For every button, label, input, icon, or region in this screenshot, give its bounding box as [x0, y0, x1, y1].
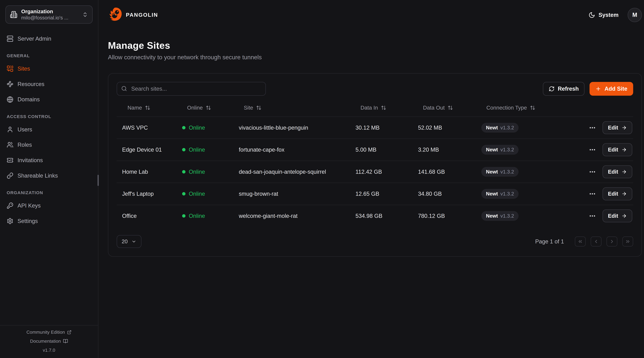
table-row: Home Lab Online dead-san-joaquin-antelop… — [117, 161, 633, 183]
prev-page-button[interactable] — [591, 236, 602, 246]
table-row: Jeff's Laptop Online smug-brown-rat 12.6… — [117, 182, 633, 205]
sidebar-nav: Server Admin GENERAL Sites Resources Dom… — [0, 29, 98, 226]
data-out: 3.20 MB — [417, 147, 480, 153]
moon-icon — [588, 12, 595, 18]
combine-icon — [7, 65, 14, 72]
table-row: Edge Device 01 Online fortunate-cape-fox… — [117, 139, 633, 161]
sidebar-item-label: Sites — [18, 65, 30, 72]
chevrons-up-down-icon — [82, 12, 88, 17]
external-link-icon — [67, 330, 72, 335]
page-subtitle: Allow connectivity to your network throu… — [108, 54, 642, 61]
status-dot — [182, 126, 186, 129]
server-icon — [7, 35, 14, 42]
column-header-site[interactable]: Site — [238, 105, 355, 111]
sidebar-item-roles[interactable]: Roles — [6, 139, 92, 150]
site-slug: smug-brown-rat — [238, 190, 355, 197]
sort-icon — [256, 105, 262, 110]
status-dot — [182, 170, 186, 174]
sidebar-item-resources[interactable]: Resources — [6, 79, 92, 89]
row-menu-button[interactable]: ⋯ — [589, 191, 596, 197]
main-area: PANGOLIN System M Manage Sites Allow con… — [98, 0, 644, 358]
column-header-connection-type[interactable]: Connection Type — [480, 105, 584, 111]
page-size-select[interactable]: 20 — [117, 235, 142, 248]
search-input[interactable] — [117, 82, 266, 96]
avatar[interactable]: M — [628, 8, 642, 22]
online-status: Online — [181, 147, 238, 153]
sidebar-item-label: Invitations — [18, 157, 43, 164]
row-menu-button[interactable]: ⋯ — [589, 125, 596, 131]
arrow-right-icon — [622, 147, 627, 152]
first-page-button[interactable] — [575, 236, 586, 246]
data-in: 12.65 GB — [355, 190, 417, 197]
online-status: Online — [181, 169, 238, 175]
sidebar-item-invitations[interactable]: Invitations — [6, 155, 92, 166]
sidebar-resize-handle[interactable] — [98, 175, 99, 186]
brand: PANGOLIN — [108, 7, 158, 23]
chevron-down-icon — [132, 239, 136, 244]
site-name: AWS VPC — [117, 125, 181, 131]
sidebar: Organization milo@fossorial.io's ... Ser… — [0, 0, 98, 358]
arrow-right-icon — [622, 125, 627, 130]
edit-button[interactable]: Edit — [602, 143, 632, 156]
column-header-data-out[interactable]: Data Out — [417, 105, 480, 111]
data-in: 30.12 MB — [355, 125, 417, 131]
data-in: 5.00 MB — [355, 147, 417, 153]
connection-badge: Newtv1.3.2 — [481, 145, 518, 155]
theme-toggle[interactable]: System — [588, 12, 618, 18]
pangolin-logo — [108, 7, 122, 23]
sidebar-item-settings[interactable]: Settings — [6, 215, 92, 226]
edit-button[interactable]: Edit — [602, 165, 632, 178]
connection-badge: Newtv1.3.2 — [481, 211, 518, 221]
book-open-icon — [63, 339, 68, 344]
sidebar-item-sites[interactable]: Sites — [6, 63, 92, 74]
column-header-name[interactable]: Name — [117, 105, 181, 111]
brand-name: PANGOLIN — [126, 12, 158, 18]
sidebar-item-shareable-links[interactable]: Shareable Links — [6, 170, 92, 181]
site-slug: welcome-giant-mole-rat — [238, 213, 355, 219]
row-menu-button[interactable]: ⋯ — [589, 213, 596, 219]
waypoints-icon — [7, 81, 14, 87]
status-dot — [182, 214, 186, 218]
app-root: Organization milo@fossorial.io's ... Ser… — [0, 0, 644, 358]
sidebar-item-label: Settings — [18, 218, 38, 224]
section-header-access-control: ACCESS CONTROL — [7, 114, 92, 119]
arrow-right-icon — [622, 213, 627, 219]
refresh-icon — [549, 86, 554, 92]
sidebar-item-users[interactable]: Users — [6, 124, 92, 135]
page-title: Manage Sites — [108, 40, 642, 51]
community-edition-label: Community Edition — [26, 330, 65, 335]
next-page-button[interactable] — [606, 236, 617, 246]
column-header-data-in[interactable]: Data In — [355, 105, 417, 111]
pagination: 20 Page 1 of 1 — [117, 235, 633, 248]
add-site-button[interactable]: Add Site — [590, 82, 633, 96]
chevron-left-icon — [594, 239, 599, 244]
site-slug: vivacious-little-blue-penguin — [238, 125, 355, 131]
users-icon — [7, 142, 14, 148]
site-name: Home Lab — [117, 169, 181, 175]
row-menu-button[interactable]: ⋯ — [589, 169, 596, 175]
sidebar-item-label: Users — [18, 126, 32, 133]
connection-badge: Newtv1.3.2 — [481, 167, 518, 177]
refresh-button[interactable]: Refresh — [543, 82, 584, 96]
org-switcher[interactable]: Organization milo@fossorial.io's ... — [6, 5, 92, 24]
site-slug: dead-san-joaquin-antelope-squirrel — [238, 169, 355, 175]
sidebar-item-api-keys[interactable]: API Keys — [6, 200, 92, 211]
org-title: Organization — [21, 8, 78, 15]
sidebar-item-server-admin[interactable]: Server Admin — [6, 33, 92, 44]
version-label: v1.7.0 — [0, 348, 98, 353]
sort-icon — [145, 105, 150, 110]
column-header-online[interactable]: Online — [181, 105, 238, 111]
edit-button[interactable]: Edit — [602, 187, 632, 200]
last-page-button[interactable] — [622, 236, 633, 246]
edit-button[interactable]: Edit — [602, 121, 632, 134]
sidebar-item-domains[interactable]: Domains — [6, 94, 92, 105]
sidebar-item-label: Resources — [18, 81, 44, 87]
globe-icon — [7, 96, 14, 103]
documentation-link[interactable]: Documentation — [0, 339, 98, 344]
page-status: Page 1 of 1 — [535, 238, 564, 245]
community-edition-link[interactable]: Community Edition — [0, 330, 98, 335]
edit-button[interactable]: Edit — [602, 209, 632, 222]
user-icon — [7, 126, 14, 133]
row-menu-button[interactable]: ⋯ — [589, 147, 596, 153]
sidebar-item-label: Shareable Links — [18, 173, 58, 179]
